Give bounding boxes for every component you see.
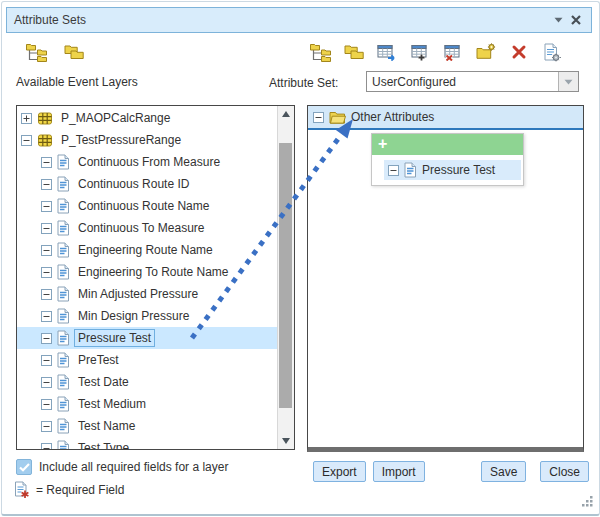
field-icon	[57, 286, 70, 302]
export-button[interactable]: Export	[313, 461, 366, 482]
toolbar-left	[26, 40, 85, 64]
required-field-icon	[14, 481, 30, 499]
expand-icon[interactable]	[21, 113, 32, 124]
collapse-icon[interactable]	[21, 135, 32, 146]
collapse-icon[interactable]	[41, 245, 52, 256]
table-export-button[interactable]	[376, 41, 398, 63]
open-folders-icon	[63, 44, 85, 61]
folder-settings-icon	[475, 43, 497, 61]
include-required-fields-row: Include all required fields for a layer	[16, 459, 228, 475]
open-folders-button[interactable]	[343, 41, 365, 63]
scrollbar-thumb[interactable]	[279, 143, 292, 408]
vertical-scrollbar[interactable]	[277, 106, 294, 449]
tree-item[interactable]: Min Design Pressure	[17, 305, 277, 327]
collapse-icon[interactable]	[41, 267, 52, 278]
tree-item[interactable]: Engineering To Route Name	[17, 261, 277, 283]
collapse-icon[interactable]	[41, 223, 52, 234]
layer-tree-button[interactable]	[26, 41, 48, 63]
table-remove-icon	[443, 44, 463, 61]
include-required-fields-label: Include all required fields for a layer	[39, 460, 228, 474]
resize-grip-icon[interactable]	[581, 495, 593, 510]
collapse-icon[interactable]	[41, 157, 52, 168]
check-icon	[19, 463, 30, 472]
close-button[interactable]: Close	[540, 461, 589, 482]
available-event-layers-heading: Available Event Layers	[16, 75, 138, 89]
chevron-down-icon	[554, 17, 563, 23]
collapse-icon[interactable]	[41, 179, 52, 190]
collapse-icon[interactable]	[41, 201, 52, 212]
collapse-icon[interactable]	[313, 112, 324, 123]
tree-item[interactable]: Test Name	[17, 415, 277, 437]
attribute-set-select[interactable]: UserConfigured	[366, 71, 579, 92]
field-icon	[57, 176, 70, 192]
collapse-icon	[388, 165, 399, 176]
collapse-icon[interactable]	[41, 443, 52, 450]
field-icon	[57, 264, 70, 280]
layer-tree-button[interactable]	[310, 41, 332, 63]
tree-item-label: Test Date	[75, 374, 132, 390]
scroll-up-button[interactable]	[278, 106, 294, 122]
collapse-icon[interactable]	[41, 399, 52, 410]
scroll-down-button[interactable]	[278, 433, 294, 449]
other-attributes-node[interactable]: Other Attributes	[308, 106, 583, 130]
table-add-icon	[410, 44, 430, 61]
field-icon	[57, 418, 70, 434]
collapse-icon[interactable]	[41, 377, 52, 388]
tree-item[interactable]: PreTest	[17, 349, 277, 371]
tree-item-label: Test Medium	[75, 396, 149, 412]
folder-settings-button[interactable]	[475, 41, 497, 63]
field-icon	[57, 396, 70, 412]
tree-item[interactable]: Continuous From Measure	[17, 151, 277, 173]
tree-item[interactable]: P_MAOPCalcRange	[17, 107, 277, 129]
title-bar: Attribute Sets	[6, 7, 592, 33]
tree-item[interactable]: Continuous To Measure	[17, 217, 277, 239]
tree-item-label: Test Name	[75, 418, 138, 434]
tree-item[interactable]: Continuous Route Name	[17, 195, 277, 217]
import-button[interactable]: Import	[373, 461, 425, 482]
table-remove-button[interactable]	[442, 41, 464, 63]
window-title: Attribute Sets	[14, 13, 550, 27]
open-folders-button[interactable]	[63, 41, 85, 63]
save-button[interactable]: Save	[481, 461, 526, 482]
tree-item[interactable]: Pressure Test	[17, 327, 277, 349]
field-icon	[57, 154, 70, 170]
collapse-icon[interactable]	[41, 289, 52, 300]
delete-button[interactable]	[508, 41, 530, 63]
tree-item[interactable]: Test Medium	[17, 393, 277, 415]
tree-item[interactable]: Continuous Route ID	[17, 173, 277, 195]
collapse-icon[interactable]	[41, 421, 52, 432]
required-field-text: = Required Field	[36, 483, 124, 497]
tree-item[interactable]: Engineering Route Name	[17, 239, 277, 261]
drop-indicator: +	[372, 134, 523, 155]
tree-item-label: Engineering Route Name	[75, 242, 216, 258]
table-add-button[interactable]	[409, 41, 431, 63]
event-layer-icon	[37, 111, 53, 126]
tree-item-label: Continuous From Measure	[75, 154, 223, 170]
field-icon	[57, 242, 70, 258]
close-button[interactable]	[567, 10, 584, 30]
drag-preview: + Pressure Test	[371, 133, 524, 186]
tree-item[interactable]: Min Adjusted Pressure	[17, 283, 277, 305]
tree-item-label: P_TestPressureRange	[58, 132, 184, 148]
tree-item[interactable]: Test Type	[17, 437, 277, 449]
document-settings-button[interactable]	[541, 41, 563, 63]
document-settings-icon	[543, 43, 561, 62]
field-icon	[57, 198, 70, 214]
event-layer-icon	[37, 133, 53, 148]
collapse-icon[interactable]	[41, 355, 52, 366]
layer-tree-icon	[25, 42, 49, 63]
collapse-icon[interactable]	[41, 333, 52, 344]
folder-open-icon	[329, 111, 346, 124]
tree-item[interactable]: Test Date	[17, 371, 277, 393]
attribute-sets-dialog: Attribute Sets Available Event Layers At…	[1, 1, 600, 516]
tree-item-label: PreTest	[75, 352, 122, 368]
window-menu-button[interactable]	[550, 10, 567, 30]
drag-preview-label: Pressure Test	[422, 163, 495, 177]
dropdown-arrow-button[interactable]	[558, 72, 578, 91]
collapse-icon[interactable]	[41, 311, 52, 322]
include-required-fields-checkbox[interactable]	[16, 459, 32, 475]
save-close-buttons: SaveClose	[481, 461, 589, 482]
tree-item[interactable]: P_TestPressureRange	[17, 129, 277, 151]
required-field-legend: = Required Field	[14, 481, 124, 499]
tree-item-label: Test Type	[75, 440, 132, 449]
